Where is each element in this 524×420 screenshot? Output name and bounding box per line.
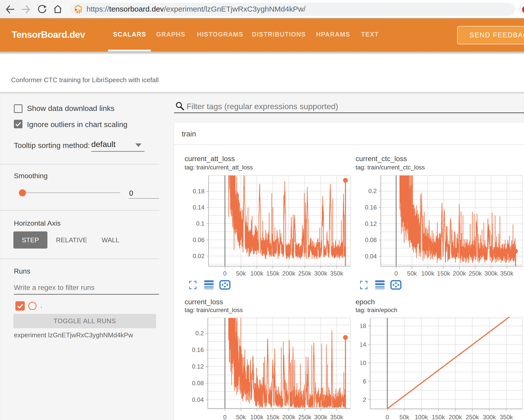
svg-text:250k: 250k xyxy=(298,270,311,277)
svg-text:0.04: 0.04 xyxy=(192,396,204,403)
svg-text:0: 0 xyxy=(394,270,398,277)
svg-text:350k: 350k xyxy=(500,270,514,277)
svg-text:50k: 50k xyxy=(236,414,246,420)
svg-text:6: 6 xyxy=(363,378,366,385)
svg-text:0.12: 0.12 xyxy=(365,220,377,227)
svg-text:150k: 150k xyxy=(266,414,280,420)
svg-text:200k: 200k xyxy=(282,414,296,420)
svg-text:300k: 300k xyxy=(314,270,328,277)
svg-text:0.16: 0.16 xyxy=(192,346,204,353)
svg-text:100k: 100k xyxy=(421,270,434,277)
svg-text:100k: 100k xyxy=(250,270,264,277)
svg-text:350k: 350k xyxy=(500,414,513,420)
svg-text:350k: 350k xyxy=(330,270,343,277)
svg-text:0.2: 0.2 xyxy=(368,188,377,194)
svg-text:18: 18 xyxy=(361,322,366,329)
svg-text:0.12: 0.12 xyxy=(192,363,204,370)
svg-text:150k: 150k xyxy=(266,270,280,277)
svg-text:50k: 50k xyxy=(399,414,410,420)
svg-text:100k: 100k xyxy=(415,414,428,420)
svg-text:350k: 350k xyxy=(330,414,343,420)
svg-text:10: 10 xyxy=(361,359,366,366)
svg-text:0.16: 0.16 xyxy=(365,204,377,211)
svg-text:50k: 50k xyxy=(236,270,246,277)
svg-text:200k: 200k xyxy=(282,270,296,277)
svg-text:300k: 300k xyxy=(484,270,498,277)
svg-text:0.02: 0.02 xyxy=(193,253,205,259)
svg-text:100k: 100k xyxy=(250,414,264,420)
svg-text:0: 0 xyxy=(223,270,226,277)
svg-text:0.14: 0.14 xyxy=(193,204,205,211)
svg-text:0.04: 0.04 xyxy=(365,253,377,260)
svg-text:250k: 250k xyxy=(469,270,482,277)
svg-text:150k: 150k xyxy=(437,270,450,277)
svg-text:2: 2 xyxy=(363,396,366,403)
svg-text:0.1: 0.1 xyxy=(196,220,205,227)
svg-text:0.2: 0.2 xyxy=(195,330,204,337)
svg-text:250k: 250k xyxy=(466,414,479,420)
svg-text:300k: 300k xyxy=(314,414,328,420)
svg-text:0: 0 xyxy=(223,414,226,420)
svg-text:50k: 50k xyxy=(407,270,417,277)
svg-text:0.18: 0.18 xyxy=(193,188,205,195)
svg-text:14: 14 xyxy=(361,341,366,348)
svg-text:300k: 300k xyxy=(483,414,496,420)
svg-text:0.06: 0.06 xyxy=(193,236,205,243)
svg-text:200k: 200k xyxy=(449,414,462,420)
svg-text:0: 0 xyxy=(386,414,389,420)
svg-text:200k: 200k xyxy=(453,270,466,277)
svg-text:0.08: 0.08 xyxy=(365,236,377,243)
svg-text:150k: 150k xyxy=(432,414,445,420)
svg-text:0.08: 0.08 xyxy=(192,380,204,386)
svg-text:250k: 250k xyxy=(298,414,311,420)
